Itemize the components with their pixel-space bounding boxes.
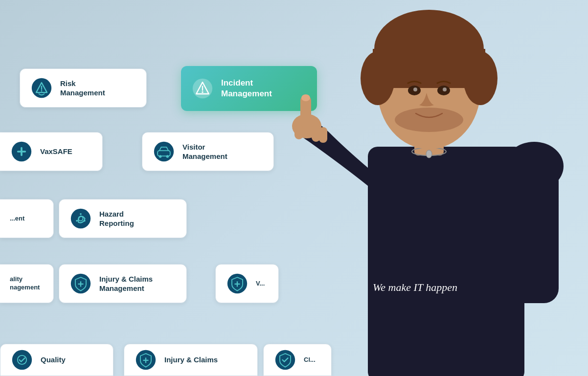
injury-claims-label: Injury & Claims Management	[99, 274, 153, 293]
svg-point-3	[41, 90, 43, 92]
svg-point-35	[426, 150, 432, 158]
quality-bottom-icon	[10, 348, 34, 372]
card-risk-management[interactable]: Risk Management	[20, 68, 147, 108]
partial-right-icon	[226, 272, 249, 295]
card-vaxsafe[interactable]: VaxSAFE	[0, 132, 103, 171]
person-figure: We make IT happen	[270, 0, 588, 376]
svg-point-19	[76, 220, 78, 222]
quality-bottom-label: Quality	[41, 355, 66, 365]
card-partial-quality-management[interactable]: alitynagement	[0, 264, 54, 303]
card-quality-bottom[interactable]: Quality	[0, 344, 113, 376]
shirt-tagline: We make IT happen	[373, 281, 457, 293]
incident-management-icon	[191, 77, 214, 100]
injury-claims-bottom-icon	[134, 348, 158, 372]
svg-point-15	[71, 209, 90, 228]
vaxsafe-icon	[10, 140, 33, 163]
card-hazard-reporting[interactable]: Hazard Reporting	[59, 199, 187, 238]
svg-point-26	[12, 350, 32, 370]
injury-claims-bottom-label: Injury & Claims	[164, 355, 218, 365]
svg-point-18	[84, 220, 86, 222]
hazard-reporting-icon	[69, 207, 92, 230]
card-partial-management[interactable]: ...ent	[0, 199, 54, 238]
vaxsafe-label: VaxSAFE	[40, 147, 72, 156]
svg-rect-32	[368, 147, 524, 376]
svg-point-13	[159, 155, 162, 158]
svg-point-17	[80, 213, 82, 215]
svg-rect-49	[294, 125, 303, 139]
svg-rect-10	[21, 147, 23, 156]
svg-point-45	[395, 108, 463, 132]
person-area: We make IT happen	[255, 0, 588, 376]
svg-point-14	[166, 155, 169, 158]
card-visitor-management[interactable]: Visitor Management	[142, 132, 274, 171]
hazard-reporting-label: Hazard Reporting	[99, 209, 134, 228]
injury-claims-icon	[69, 272, 92, 295]
risk-management-icon	[30, 76, 53, 100]
svg-point-43	[413, 88, 417, 91]
svg-point-48	[301, 94, 310, 101]
visitor-management-label: Visitor Management	[182, 142, 227, 161]
risk-management-label: Risk Management	[60, 79, 105, 98]
partial-management-label: ...ent	[10, 215, 24, 223]
visitor-management-icon	[152, 140, 176, 163]
svg-point-44	[443, 88, 447, 91]
svg-rect-40	[373, 49, 485, 88]
svg-point-7	[202, 91, 203, 93]
svg-rect-51	[319, 127, 327, 143]
partial-quality-management-label: alitynagement	[10, 275, 40, 292]
svg-point-11	[154, 142, 174, 161]
card-injury-claims[interactable]: Injury & Claims Management	[59, 264, 187, 303]
svg-rect-53	[510, 166, 559, 303]
card-injury-claims-bottom[interactable]: Injury & Claims	[124, 344, 258, 376]
